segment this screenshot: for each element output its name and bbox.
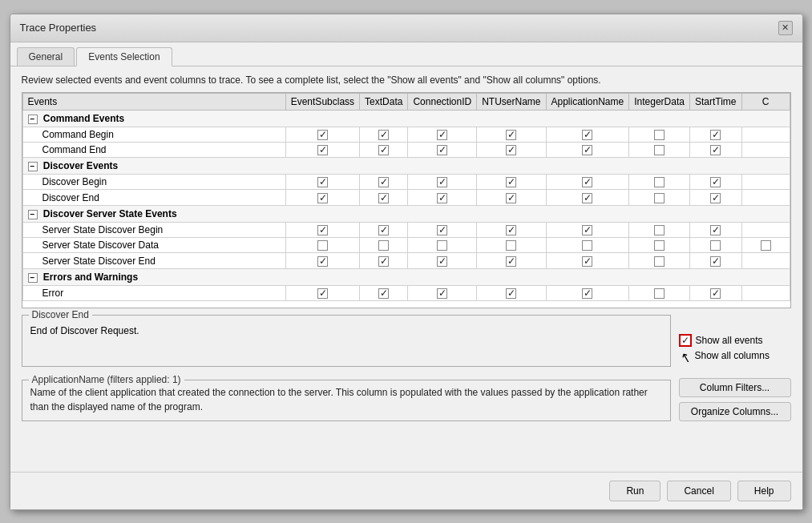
checkbox[interactable] [506, 130, 516, 140]
cb-cell[interactable] [477, 127, 546, 142]
cb-cell[interactable] [360, 285, 408, 300]
cb-cell[interactable] [546, 285, 629, 300]
checkbox[interactable] [710, 177, 721, 187]
cb-cell[interactable] [477, 238, 546, 253]
cb-cell[interactable] [741, 238, 790, 253]
checkbox[interactable] [378, 225, 389, 235]
cb-cell[interactable] [360, 142, 408, 157]
checkbox[interactable] [582, 288, 592, 299]
cb-cell[interactable] [360, 222, 408, 237]
cb-cell[interactable] [629, 127, 690, 142]
events-table-container[interactable]: Events EventSubclass TextData Connection… [22, 92, 791, 308]
collapse-errors-warnings[interactable]: − [28, 273, 38, 283]
cb-cell[interactable] [477, 222, 546, 237]
show-all-events-checkbox[interactable] [679, 334, 692, 347]
cb-cell[interactable] [285, 253, 359, 268]
checkbox[interactable] [654, 145, 665, 155]
cb-cell[interactable] [477, 175, 546, 190]
cb-cell[interactable] [741, 222, 790, 237]
checkbox[interactable] [582, 177, 592, 187]
cb-cell[interactable] [689, 175, 741, 190]
checkbox[interactable] [582, 225, 592, 235]
organize-columns-button[interactable]: Organize Columns... [679, 402, 791, 421]
checkbox[interactable] [710, 193, 721, 203]
checkbox[interactable] [437, 177, 447, 187]
checkbox[interactable] [506, 145, 516, 155]
checkbox[interactable] [437, 225, 447, 235]
cb-cell[interactable] [360, 190, 408, 205]
cb-cell[interactable] [689, 127, 741, 142]
column-filters-button[interactable]: Column Filters... [679, 378, 791, 397]
run-button[interactable]: Run [609, 481, 661, 501]
cb-cell[interactable] [408, 285, 477, 300]
checkbox[interactable] [317, 225, 328, 235]
checkbox[interactable] [317, 240, 328, 251]
checkbox[interactable] [317, 288, 328, 299]
checkbox[interactable] [761, 240, 771, 251]
checkbox[interactable] [506, 225, 516, 235]
checkbox[interactable] [437, 193, 447, 203]
cb-cell[interactable] [477, 142, 546, 157]
checkbox[interactable] [654, 225, 665, 235]
checkbox[interactable] [378, 130, 389, 140]
checkbox[interactable] [582, 130, 592, 140]
checkbox[interactable] [654, 240, 665, 251]
collapse-discover-events[interactable]: − [28, 162, 38, 171]
cb-cell[interactable] [689, 253, 741, 268]
checkbox[interactable] [506, 288, 516, 299]
cb-cell[interactable] [360, 127, 408, 142]
cb-cell[interactable] [408, 142, 477, 157]
checkbox[interactable] [710, 288, 721, 299]
checkbox[interactable] [654, 193, 665, 203]
cb-cell[interactable] [629, 190, 690, 205]
checkbox[interactable] [378, 193, 389, 203]
checkbox[interactable] [317, 193, 328, 203]
cb-cell[interactable] [360, 253, 408, 268]
cb-cell[interactable] [546, 222, 629, 237]
checkbox[interactable] [317, 145, 328, 155]
checkbox[interactable] [654, 177, 665, 187]
checkbox[interactable] [506, 240, 516, 251]
cb-cell[interactable] [546, 253, 629, 268]
checkbox[interactable] [710, 130, 721, 140]
cb-cell[interactable] [408, 253, 477, 268]
cb-cell[interactable] [741, 285, 790, 300]
checkbox[interactable] [378, 288, 389, 299]
cb-cell[interactable] [629, 222, 690, 237]
cb-cell[interactable] [689, 142, 741, 157]
checkbox[interactable] [654, 256, 665, 267]
checkbox[interactable] [317, 130, 328, 140]
tab-events-selection[interactable]: Events Selection [76, 47, 172, 66]
help-button[interactable]: Help [737, 481, 791, 501]
tab-general[interactable]: General [17, 47, 75, 66]
checkbox[interactable] [506, 256, 516, 267]
cb-cell[interactable] [689, 285, 741, 300]
cb-cell[interactable] [741, 253, 790, 268]
cb-cell[interactable] [546, 190, 629, 205]
cb-cell[interactable] [741, 127, 790, 142]
cb-cell[interactable] [546, 127, 629, 142]
cb-cell[interactable] [689, 222, 741, 237]
cb-cell[interactable] [285, 238, 359, 253]
checkbox[interactable] [317, 177, 328, 187]
collapse-server-state-events[interactable]: − [28, 210, 38, 219]
checkbox[interactable] [437, 240, 447, 251]
close-button[interactable]: ✕ [778, 21, 793, 35]
cb-cell[interactable] [689, 238, 741, 253]
checkbox[interactable] [582, 193, 592, 203]
cb-cell[interactable] [408, 127, 477, 142]
cb-cell[interactable] [546, 238, 629, 253]
cb-cell[interactable] [741, 142, 790, 157]
checkbox[interactable] [506, 193, 516, 203]
checkbox[interactable] [654, 288, 665, 299]
checkbox[interactable] [710, 240, 721, 251]
checkbox[interactable] [317, 256, 328, 267]
cb-cell[interactable] [285, 175, 359, 190]
checkbox[interactable] [378, 240, 389, 251]
cancel-button[interactable]: Cancel [667, 481, 730, 501]
cb-cell[interactable] [285, 190, 359, 205]
cb-cell[interactable] [408, 222, 477, 237]
cb-cell[interactable] [546, 142, 629, 157]
cb-cell[interactable] [285, 127, 359, 142]
cb-cell[interactable] [408, 175, 477, 190]
